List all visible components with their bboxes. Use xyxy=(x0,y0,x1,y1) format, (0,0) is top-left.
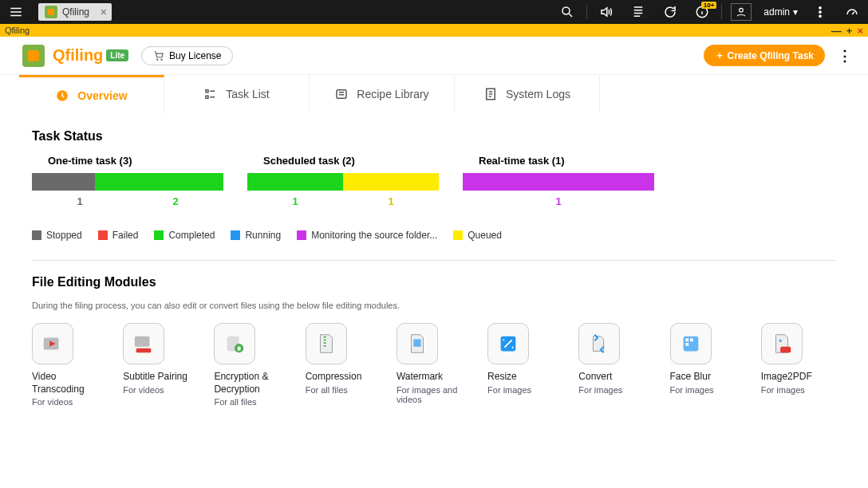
legend-running: Running xyxy=(231,230,281,241)
legend-monitoring: Monitoring the source folder... xyxy=(297,230,437,241)
pdf-icon xyxy=(761,323,803,364)
app-header: Qfiling Lite Buy License ＋ Create Qfilin… xyxy=(0,37,868,75)
blur-icon xyxy=(670,323,712,364)
buy-license-button[interactable]: Buy License xyxy=(141,46,233,65)
svg-rect-18 xyxy=(238,347,241,351)
module-video-transcoding[interactable]: Video Transcoding For videos xyxy=(32,323,107,407)
separator xyxy=(32,260,836,261)
window-subbar: Qfiling — + × xyxy=(0,24,868,37)
search-icon[interactable] xyxy=(551,0,583,24)
menu-button[interactable] xyxy=(0,0,32,24)
tab-tasklist[interactable]: Task List xyxy=(164,75,310,113)
svg-rect-16 xyxy=(136,348,152,353)
maximize-button[interactable]: + xyxy=(846,25,853,37)
svg-point-2 xyxy=(740,8,744,12)
watermark-icon xyxy=(397,323,438,364)
content: Task Status One-time task (3) 12 Schedul… xyxy=(0,113,868,423)
svg-rect-22 xyxy=(685,338,688,341)
minimize-button[interactable]: — xyxy=(831,25,842,37)
module-encryption[interactable]: Encryption & Decryption For all files xyxy=(214,323,289,407)
module-image2pdf[interactable]: Image2PDF For images xyxy=(761,323,836,407)
divider xyxy=(721,5,722,19)
tasks-icon[interactable] xyxy=(622,0,654,24)
zip-icon xyxy=(306,323,347,364)
module-compression[interactable]: Compression For all files xyxy=(306,323,381,407)
dashboard-icon[interactable] xyxy=(836,0,868,24)
svg-point-7 xyxy=(161,59,162,60)
refresh-icon[interactable] xyxy=(654,0,686,24)
modules-title: File Editing Modules xyxy=(32,275,836,289)
topbar-right: 10+ admin ▾ xyxy=(551,0,868,24)
svg-point-3 xyxy=(819,7,821,9)
close-tab-icon[interactable]: × xyxy=(101,6,107,18)
svg-point-6 xyxy=(157,59,158,60)
tab-recipe[interactable]: Recipe Library xyxy=(310,75,455,113)
info-icon[interactable]: 10+ xyxy=(686,0,718,24)
subtitle-icon xyxy=(123,323,164,364)
more-icon[interactable] xyxy=(804,0,836,24)
svg-rect-15 xyxy=(135,336,150,347)
divider xyxy=(586,5,587,19)
app-title: Qfiling xyxy=(53,46,103,65)
svg-rect-23 xyxy=(690,338,693,341)
task-status-title: Task Status xyxy=(32,129,836,144)
window-tab[interactable]: Qfiling × xyxy=(38,3,112,21)
system-topbar: Qfiling × 10+ admin ▾ xyxy=(0,0,868,24)
svg-rect-25 xyxy=(780,347,791,353)
close-button[interactable]: × xyxy=(857,25,863,37)
svg-point-5 xyxy=(819,15,821,17)
module-subtitle-pairing[interactable]: Subtitle Pairing For videos xyxy=(123,323,198,407)
onetime-task-chart: One-time task (3) 12 xyxy=(32,155,223,207)
tab-logs[interactable]: System Logs xyxy=(455,75,600,113)
svg-rect-10 xyxy=(206,96,208,98)
legend-completed: Completed xyxy=(154,230,215,241)
lock-icon xyxy=(214,323,255,364)
svg-point-26 xyxy=(779,339,782,342)
svg-rect-19 xyxy=(413,339,420,346)
svg-point-0 xyxy=(562,7,570,14)
convert-icon xyxy=(578,323,620,364)
module-convert[interactable]: Convert For images xyxy=(578,323,653,407)
module-resize[interactable]: Resize For images xyxy=(487,323,562,407)
module-watermark[interactable]: Watermark For images and videos xyxy=(397,323,471,407)
user-menu[interactable]: admin ▾ xyxy=(763,6,798,18)
resize-icon xyxy=(487,323,529,364)
modules-desc: During the filing process, you can also … xyxy=(32,301,836,310)
tab-title: Qfiling xyxy=(62,6,89,18)
module-face-blur[interactable]: Face Blur For images xyxy=(670,323,745,407)
video-icon xyxy=(32,323,73,364)
legend: Stopped Failed Completed Running Monitor… xyxy=(32,230,836,241)
scheduled-task-chart: Scheduled task (2) 11 xyxy=(247,155,439,207)
app-icon xyxy=(45,6,57,18)
svg-rect-9 xyxy=(206,90,208,92)
lite-badge: Lite xyxy=(106,49,128,61)
realtime-task-chart: Real-time task (1) 1 xyxy=(463,155,654,207)
legend-stopped: Stopped xyxy=(32,230,82,241)
svg-rect-24 xyxy=(685,343,688,346)
create-task-button[interactable]: ＋ Create Qfiling Task xyxy=(704,45,825,66)
tab-bar: Overview Task List Recipe Library System… xyxy=(0,75,868,113)
task-status-charts: One-time task (3) 12 Scheduled task (2) … xyxy=(32,155,836,207)
tab-overview[interactable]: Overview xyxy=(19,75,164,113)
app-logo-icon xyxy=(22,45,45,67)
svg-point-4 xyxy=(819,11,821,13)
volume-icon[interactable] xyxy=(590,0,622,24)
legend-failed: Failed xyxy=(98,230,139,241)
notification-badge: 10+ xyxy=(701,2,717,9)
modules-row: Video Transcoding For videos Subtitle Pa… xyxy=(32,323,836,407)
legend-queued: Queued xyxy=(453,230,502,241)
header-more-icon[interactable]: ⋮ xyxy=(838,47,852,65)
user-icon[interactable] xyxy=(725,0,757,24)
subbar-title: Qfiling xyxy=(5,26,30,35)
